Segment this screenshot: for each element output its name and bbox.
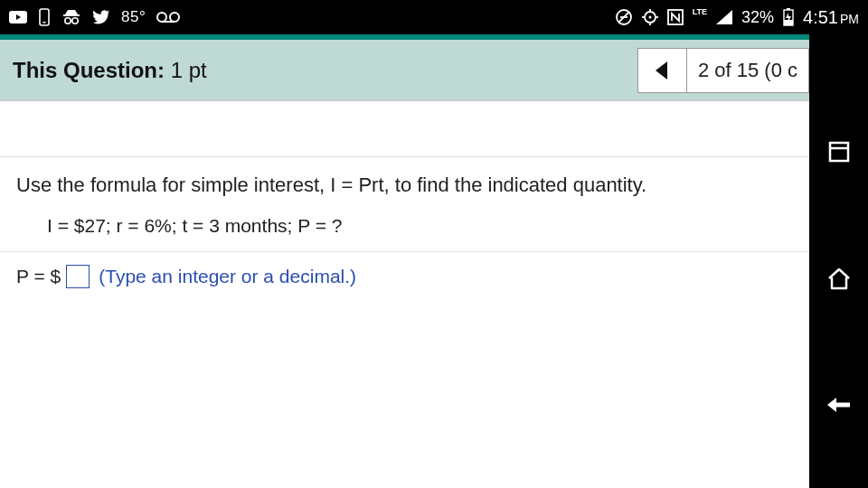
voicemail-icon [156, 11, 180, 23]
svg-point-8 [157, 13, 166, 22]
question-title-prefix: This Question: [13, 58, 165, 82]
svg-point-15 [648, 16, 651, 19]
svg-rect-30 [835, 403, 850, 408]
question-body: Use the formula for simple interest, I =… [0, 101, 809, 301]
android-status-bar: 85° LTE 32% 4:51PM [0, 0, 868, 34]
android-nav-bar [809, 34, 868, 488]
problem-given: I = $27; r = 6%; t = 3 months; P = ? [16, 215, 793, 237]
status-left-group: 85° [9, 8, 180, 26]
home-icon [826, 266, 853, 291]
recent-apps-button[interactable] [809, 98, 868, 206]
answer-prefix: P = $ [16, 266, 61, 287]
svg-point-9 [170, 13, 179, 22]
battery-percent: 32% [741, 8, 774, 27]
problem-section: Use the formula for simple interest, I =… [0, 157, 809, 252]
app-content: This Question: 1 pt 2 of 15 (0 c Use the… [0, 34, 809, 488]
incognito-icon [61, 8, 81, 26]
signal-icon [716, 10, 732, 24]
battery-icon [783, 8, 794, 26]
question-nav: 2 of 15 (0 c [637, 48, 809, 93]
triangle-left-icon [654, 60, 670, 81]
dnd-icon [615, 8, 633, 26]
answer-hint: (Type an integer or a decimal.) [99, 266, 356, 287]
status-right-group: LTE 32% 4:51PM [615, 7, 859, 28]
back-button[interactable] [809, 351, 868, 459]
home-button[interactable] [809, 224, 868, 333]
answer-row: P = $ (Type an integer or a decimal.) [0, 252, 809, 301]
question-progress[interactable]: 2 of 15 (0 c [687, 49, 808, 92]
svg-marker-26 [656, 61, 667, 80]
question-title: This Question: 1 pt [13, 58, 207, 83]
question-points: 1 pt [171, 58, 207, 82]
svg-marker-21 [716, 10, 732, 24]
blank-section [0, 101, 809, 157]
answer-input[interactable] [66, 265, 90, 288]
svg-rect-3 [43, 22, 46, 23]
recent-apps-icon [827, 140, 851, 164]
problem-instruction: Use the formula for simple interest, I =… [16, 174, 793, 197]
svg-rect-27 [830, 143, 848, 161]
svg-rect-4 [63, 14, 80, 16]
time-ampm: PM [840, 12, 859, 26]
svg-rect-23 [787, 8, 790, 10]
question-header: This Question: 1 pt 2 of 15 (0 c [0, 40, 809, 101]
svg-point-6 [72, 18, 78, 23]
location-icon [642, 9, 658, 25]
twitter-icon [92, 10, 110, 25]
time-value: 4:51 [803, 7, 838, 27]
back-icon [826, 395, 853, 415]
device-icon [38, 8, 51, 26]
prev-question-button[interactable] [638, 49, 687, 92]
lte-label: LTE [693, 7, 707, 16]
nfc-icon [667, 9, 684, 25]
clock-text: 4:51PM [803, 7, 859, 28]
youtube-icon [9, 11, 27, 23]
temperature-text: 85° [121, 8, 146, 26]
svg-point-5 [65, 18, 71, 23]
